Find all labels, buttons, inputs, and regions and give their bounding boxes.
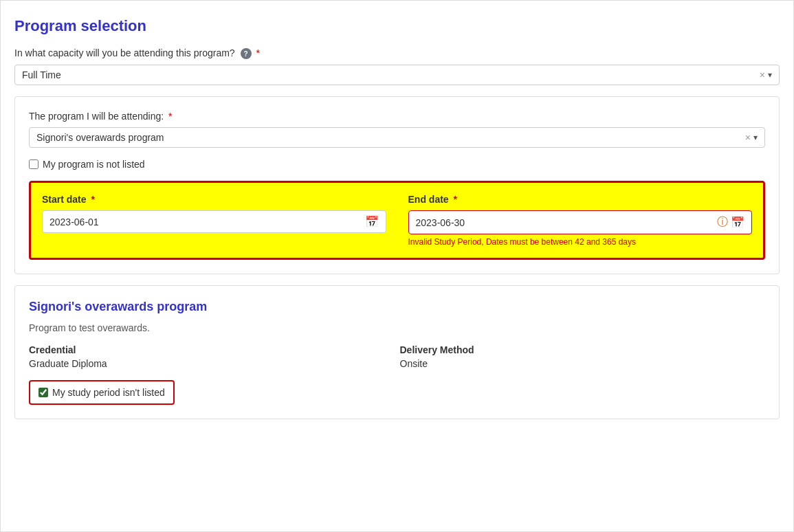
capacity-help-icon[interactable]: ? — [241, 48, 252, 59]
program-label: The program I will be attending: * — [29, 111, 765, 122]
program-info-box: Signori's overawards program Program to … — [14, 285, 780, 419]
delivery-col: Delivery Method Onsite — [400, 344, 766, 369]
program-required-star: * — [168, 111, 172, 122]
program-not-listed-row: My program is not listed — [29, 159, 765, 170]
program-select-controls: × ▾ — [745, 132, 758, 143]
start-date-input-wrapper[interactable]: 2023-06-01 📅 — [42, 210, 386, 233]
delivery-header: Delivery Method — [400, 344, 766, 355]
program-select-value: Signori's overawards program — [36, 132, 745, 143]
capacity-label: In what capacity will you be attending t… — [14, 47, 780, 59]
program-not-listed-label[interactable]: My program is not listed — [43, 159, 145, 170]
capacity-clear-icon[interactable]: × — [760, 69, 765, 80]
start-date-field: Start date * 2023-06-01 📅 — [42, 194, 386, 247]
date-section: Start date * 2023-06-01 📅 End date * — [29, 181, 765, 260]
start-date-required: * — [91, 194, 94, 205]
start-date-value: 2023-06-01 — [49, 217, 365, 228]
credential-header: Credential — [29, 344, 395, 355]
credential-col: Credential Graduate Diploma — [29, 344, 395, 369]
delivery-value: Onsite — [400, 358, 766, 369]
end-date-error-icon: ⓘ — [717, 215, 728, 230]
capacity-select-value: Full Time — [22, 69, 760, 80]
capacity-arrow-icon[interactable]: ▾ — [768, 70, 772, 80]
end-date-value: 2023-06-30 — [416, 217, 718, 228]
capacity-select[interactable]: Full Time × ▾ — [14, 65, 780, 85]
capacity-required-star: * — [256, 47, 259, 58]
date-row: Start date * 2023-06-01 📅 End date * — [42, 194, 752, 247]
program-clear-icon[interactable]: × — [745, 132, 751, 143]
start-date-calendar-icon[interactable]: 📅 — [365, 215, 379, 228]
program-not-listed-checkbox[interactable] — [29, 159, 38, 169]
end-date-field: End date * 2023-06-30 ⓘ 📅 Invalid Study … — [408, 194, 753, 247]
study-period-checkbox-wrapper: My study period isn't listed — [29, 380, 175, 405]
program-selection-box: The program I will be attending: * Signo… — [14, 96, 780, 274]
credential-value: Graduate Diploma — [29, 358, 395, 369]
end-date-input-wrapper[interactable]: 2023-06-30 ⓘ 📅 — [408, 210, 753, 234]
study-period-label[interactable]: My study period isn't listed — [52, 387, 165, 398]
end-date-required: * — [454, 194, 457, 205]
study-period-checkbox[interactable] — [38, 388, 48, 397]
end-date-calendar-icon[interactable]: 📅 — [731, 216, 745, 229]
program-info-title: Signori's overawards program — [29, 300, 765, 314]
page-container: Program selection In what capacity will … — [0, 0, 794, 532]
program-description: Program to test overawards. — [29, 322, 765, 333]
program-arrow-icon[interactable]: ▾ — [753, 133, 758, 142]
start-date-label: Start date * — [42, 194, 386, 205]
info-grid: Credential Graduate Diploma Delivery Met… — [29, 344, 765, 369]
end-date-label: End date * — [408, 194, 753, 205]
study-period-row: My study period isn't listed — [29, 380, 765, 405]
capacity-select-controls: × ▾ — [760, 69, 772, 80]
program-select[interactable]: Signori's overawards program × ▾ — [29, 127, 765, 148]
end-date-error-message: Invalid Study Period, Dates must be betw… — [408, 237, 753, 247]
page-title: Program selection — [14, 17, 780, 35]
